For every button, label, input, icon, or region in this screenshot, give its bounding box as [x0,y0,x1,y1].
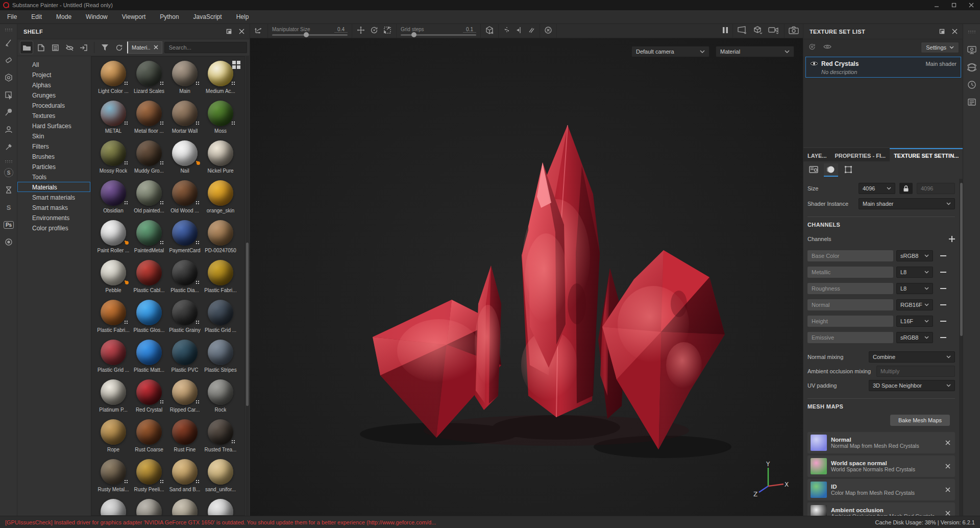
menu-item[interactable]: Mode [49,10,79,24]
remove-channel-icon[interactable] [940,334,946,341]
grid-steps-slider[interactable] [401,34,476,36]
channel-name-field[interactable]: Base Color [807,250,893,261]
material-item[interactable]: Obsidian [95,180,131,220]
symmetry-radial-icon[interactable] [527,26,535,36]
material-item[interactable]: Nail [167,140,203,180]
remove-channel-icon[interactable] [940,285,946,292]
channel-name-field[interactable]: Normal [807,299,893,310]
normal-mixing-dropdown[interactable]: Combine [869,351,955,363]
material-item[interactable]: Plastic Fabri... [95,300,131,340]
channel-format-dropdown[interactable]: L16F [896,316,933,327]
mesh-map-card[interactable]: ID Color Map from Mesh Red Crystals [807,479,955,500]
material-item[interactable]: Plastic Glos... [131,300,167,340]
material-item[interactable] [167,499,203,516]
material-item[interactable]: Metal floor ... [131,101,167,140]
material-item[interactable]: Muddy Gro... [131,140,167,180]
material-thumbnail[interactable] [208,300,233,325]
visibility-eye-icon[interactable] [810,59,818,68]
menu-item[interactable]: Window [79,10,115,24]
material-thumbnail[interactable] [208,220,233,246]
material-thumbnail[interactable] [136,379,162,405]
material-item[interactable]: Plastic Grid ... [95,340,131,379]
symmetry-vertical-icon[interactable] [503,26,511,36]
pause-icon[interactable] [722,27,728,36]
mesh-map-card[interactable]: Normal Normal Map from Mesh Red Crystals [807,432,955,453]
shelf-category[interactable]: All [17,59,90,69]
display-settings-icon[interactable] [966,44,977,56]
material-thumbnail[interactable] [208,340,233,365]
gizmo-icon[interactable] [254,26,263,37]
menu-item[interactable]: File [0,10,24,24]
material-thumbnail[interactable] [208,260,233,285]
folder-view-icon[interactable] [20,41,33,54]
material-item[interactable]: PD-00247050 [203,220,238,260]
material-thumbnail[interactable] [136,220,162,246]
material-item[interactable]: Rusted Trea... [203,419,238,459]
paint-brush-tool[interactable] [2,36,15,50]
material-item[interactable]: Plastic Grid ... [203,300,238,340]
material-thumbnail[interactable] [172,140,198,166]
shelf-category[interactable]: Procedurals [17,100,90,110]
material-thumbnail[interactable] [101,140,126,166]
polygon-fill-tool[interactable] [2,88,15,102]
material-thumbnail[interactable] [172,499,198,516]
material-item[interactable] [203,499,238,516]
shelf-category[interactable]: Tools [17,172,90,182]
document-icon[interactable] [49,41,61,54]
rotate-icon[interactable] [370,26,379,37]
material-thumbnail[interactable] [136,459,162,485]
material-item[interactable]: Rusty Peeli... [131,459,167,499]
shelf-category[interactable]: Project [17,69,90,80]
material-item[interactable] [95,499,131,516]
filter-chip[interactable]: Materi.. [127,41,162,54]
mesh-display-icon[interactable] [752,26,764,37]
material-thumbnail[interactable] [208,459,233,485]
shelf-category[interactable]: Color profiles [17,223,90,233]
channel-name-field[interactable]: Roughness [807,283,893,294]
channel-name-field[interactable]: Emissive [807,332,893,343]
shelf-category[interactable]: Hard Surfaces [17,121,90,131]
material-item[interactable]: Ripped Car... [167,379,203,419]
smudge-tool[interactable] [2,106,15,119]
remove-channel-icon[interactable] [940,253,946,259]
drag-handle-icon[interactable] [5,28,13,31]
material-item[interactable] [131,499,167,516]
material-thumbnail[interactable] [101,300,126,325]
add-channel-icon[interactable] [949,236,955,242]
camera-mode-icon[interactable] [768,26,780,37]
import-resources-icon[interactable] [78,41,90,54]
refresh-shelf-icon[interactable] [113,41,125,54]
material-thumbnail[interactable] [136,340,162,365]
channel-name-field[interactable]: Metallic [807,267,893,278]
grid-steps-value[interactable]: 0.1 [463,27,476,33]
material-item[interactable]: Mossy Rock [95,140,131,180]
display-mode-icon[interactable] [737,26,748,37]
new-resource-icon[interactable] [35,41,47,54]
channel-format-dropdown[interactable]: L8 [896,283,933,294]
settings-scrollbar-thumb[interactable] [960,183,963,336]
menu-item[interactable]: Help [229,10,256,24]
symmetry-mirror-icon[interactable] [515,26,523,36]
material-thumbnail[interactable] [172,459,198,485]
remove-channel-icon[interactable] [940,302,946,308]
close-panel-icon[interactable] [952,27,958,36]
material-item[interactable]: PaymentCard [167,220,203,260]
material-thumbnail[interactable] [208,61,233,86]
material-item[interactable]: Rusty Metal... [95,459,131,499]
panel-tab[interactable]: PROPERTIES - FI... [831,148,890,161]
mesh-map-clear-icon[interactable] [944,511,952,516]
material-item[interactable]: Mortar Wall [167,101,203,140]
close-button[interactable] [963,0,980,10]
shelf-scrollbar[interactable] [246,56,249,516]
material-thumbnail[interactable] [208,180,233,206]
substance-share-icon[interactable]: S [2,201,15,214]
shelf-category[interactable]: Environments [17,212,90,223]
material-item[interactable]: Plastic Grainy [167,300,203,340]
float-panel-icon[interactable] [226,27,232,36]
material-item[interactable]: Paint Roller ... [95,220,131,260]
close-panel-icon[interactable] [239,27,244,36]
material-item[interactable]: METAL [95,101,131,140]
material-thumbnail[interactable] [208,379,233,405]
material-thumbnail[interactable] [172,61,198,86]
clone-tool[interactable] [2,123,15,136]
